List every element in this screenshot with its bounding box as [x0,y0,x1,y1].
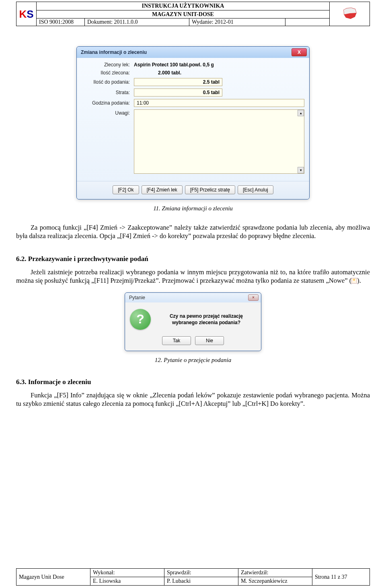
yes-button[interactable]: Tak [162,336,191,345]
anuluj-button[interactable]: [Esc] Anuluj [238,185,273,194]
footer-left: Magazyn Unit Dose [16,569,90,586]
poland-map-icon [342,7,357,20]
paragraph-1: Za pomocą funkcji „[F4] Zmień -> Zaakcep… [16,223,370,241]
figure-caption-11: 11. Zmiana informacji o zleceniu [16,205,370,212]
label-zlecony-lek: Zlecony lek: [82,62,134,68]
label-ilosc-do-podania: Ilość do podania: [82,79,134,85]
header-title-1: INSTRUKCJA UŻYTKOWNIKA [37,2,330,10]
input-strata[interactable]: 0.5 tabl [134,88,222,97]
paragraph-3: Funkcja „[F5] Info” znajdująca się w okn… [16,391,370,408]
heading-6-3: 6.3. Informacje o zleceniu [16,378,370,386]
input-ilosc-do-podania[interactable]: 2.5 tabl [134,78,222,86]
header-title-2: MAGAZYN UNIT-DOSE [37,10,330,19]
footer-zatwierdzil-value: M. Szczepankiewicz [238,577,312,586]
dialog-pytanie: Pytanie × ? Czy na pewno przejąć realiza… [125,292,261,351]
dialog2-title: Pytanie [127,295,248,300]
dialog1-title: Zmiana informacji o zleceniu [79,49,292,55]
footer-wykonal-label: Wykonał: [90,569,164,577]
logo-cell: KS [16,2,37,26]
textarea-uwagi[interactable]: ▴ ▾ [134,109,304,174]
no-button[interactable]: Nie [195,336,224,345]
input-godzina-podania[interactable]: 11:00 [134,99,304,107]
document-header: KS INSTRUKCJA UŻYTKOWNIKA MAGAZYN UNIT-D… [16,2,370,26]
footer-zatwierdzil-label: Zatwierdził: [238,569,312,577]
document-footer: Magazyn Unit Dose Wykonał: Sprawdził: Za… [16,568,370,586]
footer-page: Strona 11 z 37 [312,569,370,586]
ks-logo: KS [17,9,36,19]
header-empty [285,19,330,26]
scroll-down-icon[interactable]: ▾ [298,167,304,173]
figure-caption-12: 12. Pytanie o przejęcie podania [16,357,370,364]
heading-6-2: 6.2. Przekazywanie i przechwytywanie pod… [16,255,370,263]
footer-sprawdzil-label: Sprawdził: [164,569,238,577]
status-nowe-icon [351,278,357,284]
label-ilosc-zlecona: Ilość zlecona: [82,70,134,76]
label-strata: Strata: [82,90,134,95]
close-icon[interactable]: X [292,48,307,56]
header-doc: Dokument: 2011.1.0.0 [85,19,189,26]
dialog-zmiana-informacji: Zmiana informacji o zleceniu X Zlecony l… [76,46,310,199]
label-uwagi: Uwagi: [82,109,134,116]
ok-button[interactable]: [F2] Ok [113,185,139,194]
close-icon[interactable]: × [248,294,259,301]
dialog2-message: Czy na pewno przejąć realizację wybraneg… [156,313,256,326]
value-zlecony-lek: Aspirin Protect 100 tabl.powl. 0,5 g [134,62,304,68]
dialog2-titlebar[interactable]: Pytanie × [125,293,261,302]
dialog1-titlebar[interactable]: Zmiana informacji o zleceniu X [77,47,309,58]
header-iso: ISO 9001:2008 [37,19,85,26]
value-ilosc-zlecona: 2.000 tabl. [134,70,304,76]
right-logo-cell [330,2,370,26]
przelicz-strate-button[interactable]: [F5] Przelicz stratę [185,185,235,194]
paragraph-2: Jeżeli zaistnieje potrzeba realizacji wy… [16,268,370,285]
footer-wykonal-value: E. Lisowska [90,577,164,586]
zmien-lek-button[interactable]: [F4] Zmień lek [142,185,183,194]
scroll-up-icon[interactable]: ▴ [298,110,304,116]
footer-sprawdzil-value: P. Lubacki [164,577,238,586]
header-issue: Wydanie: 2012-01 [189,19,285,26]
question-icon: ? [130,309,151,330]
label-godzina-podania: Godzina podania: [82,100,134,106]
